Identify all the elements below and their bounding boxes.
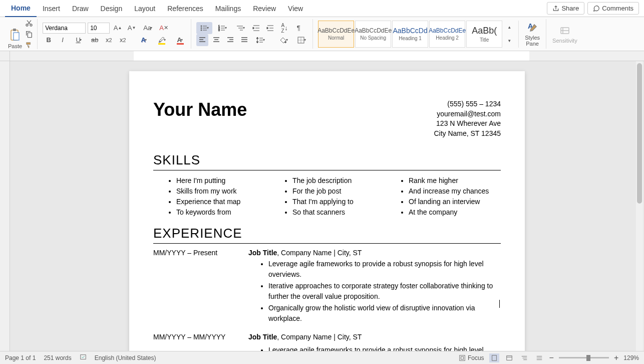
svg-rect-49 <box>81 355 86 359</box>
ribbon-toolbar: Paste A▲ A▼ Aa▾ A✕ B I U▾ ab x2 x2 A▾ 🖊▾… <box>0 17 644 51</box>
tab-draw[interactable]: Draw <box>66 1 95 17</box>
text-cursor <box>499 300 500 308</box>
experience-entry[interactable]: MM/YYYY – Present Job Title, Company Nam… <box>153 249 501 325</box>
highlight-button[interactable]: 🖊▾ <box>154 34 170 46</box>
italic-button[interactable]: I <box>57 34 69 46</box>
svg-rect-51 <box>461 356 463 359</box>
clipboard-icon <box>9 28 21 42</box>
skills-heading[interactable]: SKILLS <box>153 152 501 168</box>
align-right-icon <box>226 36 234 44</box>
experience-heading[interactable]: EXPERIENCE <box>153 226 501 241</box>
align-left-icon <box>198 36 206 44</box>
outline-view[interactable] <box>519 353 529 362</box>
svg-rect-5 <box>28 33 32 37</box>
skills-columns[interactable]: Here I'm puttingSkills from my work Expe… <box>153 175 501 218</box>
svg-point-6 <box>201 26 202 27</box>
skills-col-2: The job descriptionFor the job post That… <box>280 175 385 218</box>
tab-references[interactable]: References <box>161 1 209 17</box>
zoom-out-button[interactable]: − <box>549 353 554 362</box>
cut-icon[interactable] <box>25 19 33 27</box>
tab-review[interactable]: Review <box>247 1 282 17</box>
multilevel-list-button[interactable]: ▾ <box>232 22 248 34</box>
styles-pane-button[interactable]: A Styles Pane <box>521 20 544 49</box>
align-left-button[interactable] <box>196 34 208 46</box>
justify-button[interactable] <box>238 34 250 46</box>
font-color-button[interactable]: A▾ <box>172 34 188 46</box>
share-icon <box>552 5 559 12</box>
zoom-slider[interactable] <box>559 357 609 358</box>
tab-layout[interactable]: Layout <box>128 1 161 17</box>
skills-col-3: Rank me higherAnd increase my chances Of… <box>397 175 501 218</box>
page-indicator[interactable]: Page 1 of 1 <box>5 354 36 361</box>
styles-scroll[interactable]: ▲▼ <box>503 21 515 48</box>
copy-icon[interactable] <box>25 30 33 38</box>
share-button[interactable]: Share <box>547 2 584 15</box>
font-size-select[interactable] <box>88 23 110 34</box>
outdent-icon <box>252 24 260 32</box>
shading-button[interactable]: ▾ <box>275 34 291 46</box>
experience-entry[interactable]: MM/YYYY – MM/YYYY Job Title, Company Nam… <box>153 333 501 351</box>
align-center-button[interactable] <box>210 34 222 46</box>
vertical-scrollbar[interactable] <box>636 61 643 351</box>
line-spacing-button[interactable]: ▾ <box>252 34 268 46</box>
style-no-spacing[interactable]: AaBbCcDdEeNo Spacing <box>355 21 391 48</box>
increase-indent-button[interactable] <box>264 22 276 34</box>
superscript-button[interactable]: x2 <box>117 34 129 46</box>
document-page[interactable]: Your Name (555) 555 – 1234 youremail@tes… <box>129 71 525 351</box>
document-scroll[interactable]: Your Name (555) 555 – 1234 youremail@tes… <box>10 61 644 351</box>
focus-mode-button[interactable]: Focus <box>459 354 484 361</box>
bullets-button[interactable]: ▾ <box>196 22 212 34</box>
format-painter-icon[interactable] <box>25 41 33 49</box>
svg-point-8 <box>201 28 202 29</box>
web-layout-view[interactable] <box>504 353 514 362</box>
zoom-level[interactable]: 129% <box>623 354 639 361</box>
section-rule <box>153 170 501 170</box>
numbering-button[interactable]: 123▾ <box>214 22 230 34</box>
font-name-select[interactable] <box>43 23 86 34</box>
show-marks-button[interactable]: ¶ <box>292 22 304 34</box>
change-case-button[interactable]: Aa▾ <box>140 22 156 34</box>
sort-button[interactable]: AZ↓ <box>278 22 290 34</box>
styles-gallery: AaBbCcDdEeNormal AaBbCcDdEeNo Spacing Aa… <box>315 21 519 48</box>
text-effects-button[interactable]: A▾ <box>136 34 152 46</box>
borders-button[interactable]: ▾ <box>293 34 309 46</box>
status-bar: Page 1 of 1 251 words English (United St… <box>0 351 644 364</box>
bold-button[interactable]: B <box>43 34 55 46</box>
tab-mailings[interactable]: Mailings <box>209 1 247 17</box>
decrease-font-button[interactable]: A▼ <box>126 22 138 34</box>
resume-name[interactable]: Your Name <box>153 99 247 138</box>
sensitivity-button[interactable]: Sensitivity <box>548 23 581 46</box>
style-normal[interactable]: AaBbCcDdEeNormal <box>318 21 354 48</box>
align-center-icon <box>212 36 220 44</box>
align-right-button[interactable] <box>224 34 236 46</box>
comments-button[interactable]: Comments <box>587 2 639 15</box>
svg-rect-50 <box>460 355 465 360</box>
word-count[interactable]: 251 words <box>44 354 71 361</box>
svg-rect-1 <box>13 29 16 31</box>
paste-button[interactable]: Paste <box>8 28 22 49</box>
print-layout-view[interactable] <box>489 353 499 362</box>
zoom-in-button[interactable]: + <box>614 353 618 362</box>
draft-view[interactable] <box>534 353 544 362</box>
tab-insert[interactable]: Insert <box>37 1 66 17</box>
decrease-indent-button[interactable] <box>250 22 262 34</box>
tab-design[interactable]: Design <box>95 1 129 17</box>
strikethrough-button[interactable]: ab <box>89 34 101 46</box>
clear-formatting-button[interactable]: A✕ <box>158 22 170 34</box>
svg-text:3: 3 <box>218 29 220 32</box>
subscript-button[interactable]: x2 <box>103 34 115 46</box>
style-title[interactable]: AaBb(Title <box>466 21 502 48</box>
spell-check-icon[interactable] <box>80 353 87 362</box>
style-heading1[interactable]: AaBbCcDdHeading 1 <box>392 21 428 48</box>
skills-col-1: Here I'm puttingSkills from my work Expe… <box>164 175 268 218</box>
style-heading2[interactable]: AaBbCcDdEeHeading 2 <box>429 21 465 48</box>
underline-button[interactable]: U▾ <box>71 34 87 46</box>
scrollbar-thumb[interactable] <box>637 63 642 204</box>
language-indicator[interactable]: English (United States) <box>95 354 156 361</box>
tab-home[interactable]: Home <box>5 0 37 17</box>
increase-font-button[interactable]: A▲ <box>112 22 124 34</box>
vertical-ruler[interactable] <box>0 61 10 351</box>
resume-contact[interactable]: (555) 555 – 1234 youremail@test.com 123 … <box>434 99 501 138</box>
tab-view[interactable]: View <box>282 1 309 17</box>
horizontal-ruler[interactable] <box>0 51 644 61</box>
